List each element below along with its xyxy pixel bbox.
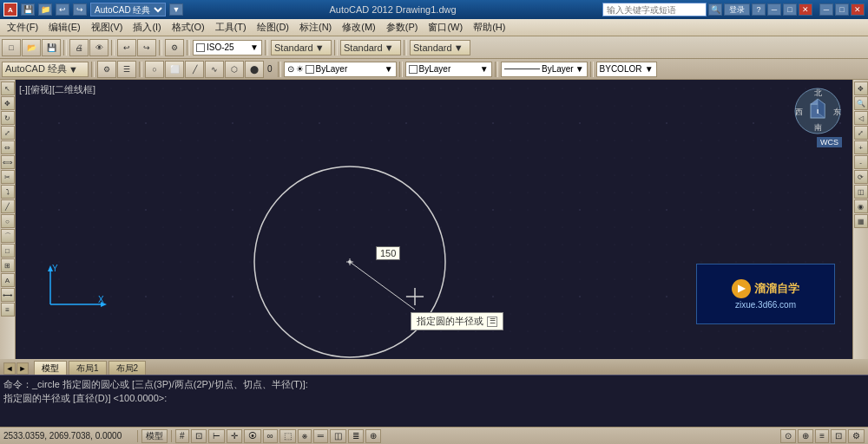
status-icon5[interactable]: ⚙ xyxy=(848,429,865,443)
toolbar-new[interactable]: □ xyxy=(2,39,21,56)
minimize-outer[interactable]: ─ xyxy=(767,3,781,16)
rt-render[interactable]: ◉ xyxy=(854,199,868,213)
toolbar-print[interactable]: 🖨 xyxy=(69,39,89,56)
login-button[interactable]: 登录 xyxy=(724,3,750,16)
quickprop-icon[interactable]: ≣ xyxy=(348,429,364,443)
selcycle-icon[interactable]: ⊕ xyxy=(365,429,381,443)
menu-item-help[interactable]: 帮助(H) xyxy=(468,19,510,36)
menu-item-params[interactable]: 参数(P) xyxy=(381,19,424,36)
lt-offset[interactable]: ⟺ xyxy=(1,155,15,169)
menu-item-draw[interactable]: 绘图(D) xyxy=(252,19,294,36)
rt-viewcube[interactable]: ◫ xyxy=(854,185,868,199)
workspace-expand[interactable]: ▼ xyxy=(169,3,183,16)
ducs-icon[interactable]: ⬚ xyxy=(279,429,296,443)
app-dropdown2[interactable]: AutoCAD 经典 ▼ xyxy=(2,62,89,77)
search-input[interactable] xyxy=(602,3,707,16)
help-button[interactable]: ? xyxy=(752,3,766,16)
toolbar-undo[interactable]: ↩ xyxy=(117,39,136,56)
toolbar-save[interactable]: 💾 xyxy=(42,39,61,56)
snap-grid-icon[interactable]: # xyxy=(175,429,189,443)
menu-item-edit[interactable]: 编辑(E) xyxy=(43,19,86,36)
status-model-btn[interactable]: 模型 xyxy=(141,429,168,443)
minimize-inner[interactable]: ─ xyxy=(819,3,833,16)
layer-toolbar-icon1[interactable]: ⚙ xyxy=(97,61,116,78)
lt-scale[interactable]: ⤢ xyxy=(1,126,15,140)
status-icon4[interactable]: ⊡ xyxy=(831,429,846,443)
quick-access-save[interactable]: 💾 xyxy=(21,3,35,16)
draw-toolbar-icon5[interactable]: ⬡ xyxy=(225,61,244,78)
layer-toolbar-icon2[interactable]: ☰ xyxy=(117,61,136,78)
status-icon3[interactable]: ≡ xyxy=(815,429,829,443)
color-dropdown[interactable]: ByLayer ▼ xyxy=(405,62,492,77)
lt-layer[interactable]: ≡ xyxy=(1,303,15,317)
lt-dimension[interactable]: ⟷ xyxy=(1,288,15,302)
canvas-area[interactable]: [-][俯视][二维线框] 北 南 东 西 I WCS Y xyxy=(16,80,852,359)
layer-dropdown[interactable]: ISO-25 ▼ xyxy=(193,40,262,56)
rt-zoom-prev[interactable]: ◁ xyxy=(854,111,868,125)
polar-icon[interactable]: ✛ xyxy=(227,429,242,443)
lt-trim[interactable]: ✂ xyxy=(1,170,15,184)
menu-item-tools[interactable]: 工具(T) xyxy=(210,19,252,36)
lt-arc[interactable]: ⌒ xyxy=(1,229,15,243)
rt-zoom-extents[interactable]: ⤢ xyxy=(854,126,868,140)
draw-toolbar-icon1[interactable]: ○ xyxy=(145,61,164,78)
toolbar-open[interactable]: 📂 xyxy=(22,39,41,56)
status-icon1[interactable]: ⊙ xyxy=(780,429,796,443)
rt-zoom-out[interactable]: - xyxy=(854,155,868,169)
tab-next-button[interactable]: ► xyxy=(16,362,29,375)
menu-item-file[interactable]: 文件(F) xyxy=(2,19,43,36)
toolbar-preview[interactable]: 👁 xyxy=(89,39,108,56)
osnap-icon[interactable]: ⦿ xyxy=(244,429,261,443)
draw-toolbar-icon3[interactable]: ╱ xyxy=(185,61,204,78)
transparency-icon[interactable]: ◫ xyxy=(330,429,346,443)
dynin-icon[interactable]: ⎈ xyxy=(298,429,312,443)
menu-item-view[interactable]: 视图(V) xyxy=(86,19,128,36)
tab-prev-button[interactable]: ◄ xyxy=(3,362,16,375)
maximize-inner[interactable]: □ xyxy=(835,3,849,16)
snap-mode-icon[interactable]: ⊡ xyxy=(191,429,207,443)
lt-rotate[interactable]: ↻ xyxy=(1,111,15,125)
toolbar-redo[interactable]: ↪ xyxy=(137,39,156,56)
menu-item-annotate[interactable]: 标注(N) xyxy=(294,19,337,36)
status-icon2[interactable]: ⊕ xyxy=(798,429,813,443)
menu-item-modify[interactable]: 修改(M) xyxy=(337,19,381,36)
rt-model[interactable]: ▦ xyxy=(854,214,868,228)
linetype-dropdown[interactable]: ByLayer ▼ xyxy=(501,62,588,77)
lt-line[interactable]: ╱ xyxy=(1,199,15,213)
close-inner[interactable]: ✕ xyxy=(851,3,865,16)
layer-main-dropdown[interactable]: ⊙ ☀ ByLayer ▼ xyxy=(284,62,397,77)
draw-toolbar-icon2[interactable]: ⬜ xyxy=(165,61,184,78)
menu-item-window[interactable]: 窗口(W) xyxy=(423,19,468,36)
rt-zoom-in[interactable]: + xyxy=(854,140,868,154)
lt-move[interactable]: ✥ xyxy=(1,96,15,110)
menu-item-insert[interactable]: 插入(I) xyxy=(128,19,166,36)
menu-item-format[interactable]: 格式(O) xyxy=(167,19,210,36)
lt-select[interactable]: ↖ xyxy=(1,82,15,95)
tab-layout1[interactable]: 布局1 xyxy=(69,361,107,375)
quick-access-redo[interactable]: ↪ xyxy=(73,3,87,16)
otrack-icon[interactable]: ∞ xyxy=(263,429,278,443)
style3-dropdown[interactable]: Standard ▼ xyxy=(410,40,470,56)
close-outer[interactable]: ✕ xyxy=(799,3,812,16)
draw-toolbar-icon4[interactable]: ∿ xyxy=(205,61,224,78)
lineweight-icon[interactable]: ═ xyxy=(313,429,328,443)
ortho-icon[interactable]: ⊢ xyxy=(208,429,225,443)
lt-rect[interactable]: □ xyxy=(1,244,15,258)
quick-access-undo[interactable]: ↩ xyxy=(56,3,69,16)
rt-pan[interactable]: ✥ xyxy=(854,82,868,95)
lt-mirror[interactable]: ⇔ xyxy=(1,140,15,154)
tab-model[interactable]: 模型 xyxy=(34,361,67,375)
lt-hatch[interactable]: ⊞ xyxy=(1,258,15,272)
search-icon[interactable]: 🔍 xyxy=(708,3,722,16)
maximize-outer[interactable]: □ xyxy=(783,3,797,16)
tab-layout2[interactable]: 布局2 xyxy=(108,361,147,375)
lt-circle[interactable]: ○ xyxy=(1,214,15,228)
toolbar-settings[interactable]: ⚙ xyxy=(165,39,184,56)
style1-dropdown[interactable]: Standard ▼ xyxy=(271,40,332,56)
quick-access-open[interactable]: 📁 xyxy=(38,3,52,16)
rt-orbit[interactable]: ⟳ xyxy=(854,170,868,184)
style2-dropdown[interactable]: Standard ▼ xyxy=(340,40,401,56)
draw-toolbar-icon6[interactable]: ⬤ xyxy=(245,61,264,78)
workspace-dropdown[interactable]: AutoCAD 经典 xyxy=(90,3,166,16)
lineweight-dropdown[interactable]: BYCOLOR ▼ xyxy=(596,62,657,77)
